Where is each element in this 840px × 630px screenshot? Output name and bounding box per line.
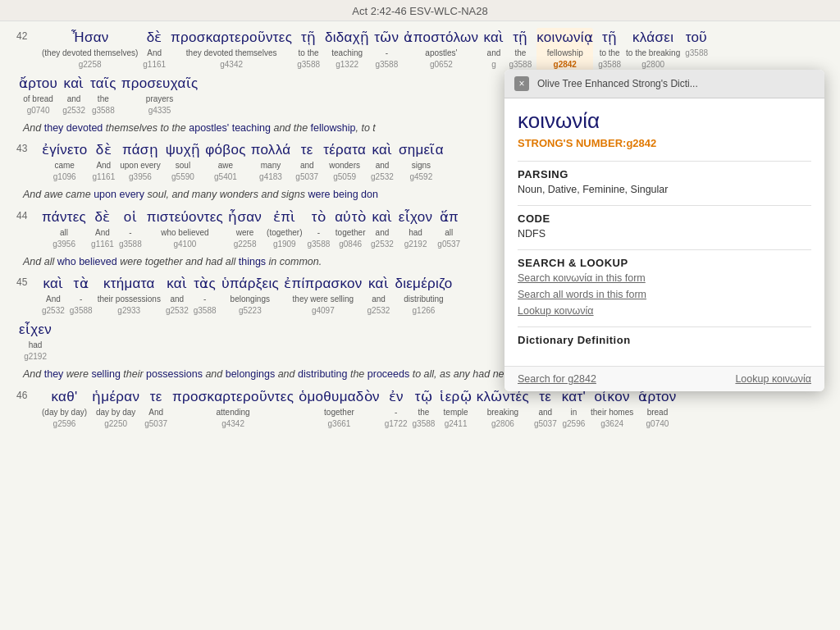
word-group[interactable]: κλῶντές breaking g2806 [477, 387, 529, 430]
verse-46: 46 καθ' (day by day) g2596 ἡμέραν day by… [16, 387, 824, 431]
word-group[interactable]: διεμέριζο distributing g1266 [395, 274, 452, 317]
code-content: NDFS [518, 228, 811, 240]
word-group[interactable]: κατ' in g2596 [562, 387, 586, 430]
word-group[interactable]: σημεῖα signs g4592 [399, 140, 444, 183]
word-group[interactable]: καὶ and g2532 [368, 274, 390, 317]
popup-footer: Search for g2842 Lookup κοινωνία [504, 366, 824, 391]
word-group[interactable]: πάσῃ upon every g3956 [120, 140, 160, 183]
lookup-koinonia-link[interactable]: Lookup κοινωνία [518, 305, 811, 317]
parsing-section: PARSING Noun, Dative, Feminine, Singular [518, 168, 811, 195]
word-group[interactable]: καὶ and g2532 [166, 274, 189, 317]
word-koinonia[interactable]: κοινωνίᾳ fellowship g2842 [536, 28, 593, 71]
word-group[interactable]: οἱ - g3588 [119, 208, 142, 250]
word-group[interactable]: διδαχῇ teaching g1322 [325, 28, 369, 71]
parsing-title: PARSING [518, 168, 811, 180]
word-group[interactable]: κλάσει to the breaking g2800 [626, 28, 680, 71]
popup-close-button[interactable]: × [514, 76, 529, 91]
word-group[interactable]: φόβος awe g5401 [205, 140, 245, 183]
word-group[interactable]: προσκαρτεροῦντες they devoted themselves… [171, 28, 292, 71]
strongs-label: STRONG'S NUMBER: [518, 137, 626, 149]
popup-greek-word: κοινωνία [518, 108, 811, 134]
word-group[interactable]: δὲ And g1161 [91, 208, 114, 250]
word-group[interactable]: οἶκον their homes g3624 [591, 387, 633, 430]
verse-num-44: 44 [16, 208, 39, 223]
word-group[interactable]: ἐν - g1722 [385, 387, 408, 430]
word-group[interactable]: Ἦσαν (they devoted themselves) g2258 [42, 28, 138, 71]
word-group[interactable]: ἄρτου of bread g0740 [19, 74, 57, 116]
word-group[interactable]: ἐπίπρασκον they were selling g4097 [284, 274, 362, 317]
word-group[interactable]: ἡμέραν day by day g2250 [92, 387, 139, 430]
word-group[interactable]: ἦσαν were g2258 [228, 208, 262, 250]
verse-num-46: 46 [16, 387, 39, 403]
word-group[interactable]: τῷ the g3588 [413, 387, 436, 430]
word-group[interactable]: τε And g5037 [144, 387, 167, 430]
word-group[interactable]: εἶχεν had g2192 [19, 320, 52, 363]
word-group[interactable]: καὶ and g [483, 28, 504, 71]
word-group[interactable]: ἀποστόλων apostles' g0652 [404, 28, 478, 71]
word-group[interactable]: ἅπ all g0537 [437, 208, 460, 250]
word-group[interactable]: τὰς - g3588 [194, 274, 217, 317]
strongs-number: g2842 [626, 137, 656, 149]
word-group[interactable]: πιστεύοντες who believed g4100 [147, 208, 223, 250]
footer-lookup-link[interactable]: Lookup κοινωνία [735, 373, 811, 385]
verse-46-row1: 46 καθ' (day by day) g2596 ἡμέραν day by… [16, 387, 824, 431]
strongs-dictionary-popup: × Olive Tree Enhanced Strong's Dicti... … [504, 70, 824, 391]
word-group[interactable]: καὶ and g2532 [371, 140, 394, 183]
search-lookup-section: SEARCH & LOOKUP Search κοινωνία in this … [518, 257, 811, 317]
footer-search-link[interactable]: Search for g2842 [518, 373, 596, 385]
search-all-words-link[interactable]: Search all words in this form [518, 289, 811, 300]
word-group[interactable]: τὰ - g3588 [70, 274, 93, 317]
word-group[interactable]: ἱερῷ temple g2411 [440, 387, 471, 430]
code-title: CODE [518, 212, 811, 225]
word-group[interactable]: τοῦ g3588 [685, 28, 708, 59]
word-group[interactable]: ὑπάρξεις belongings g5223 [221, 274, 280, 317]
verse-42-row1: 42 Ἦσαν (they devoted themselves) g2258 … [16, 28, 824, 72]
word-group[interactable]: δὲ And g1161 [143, 28, 166, 71]
word-group[interactable]: καὶ and g2532 [371, 208, 394, 250]
word-group[interactable]: κτήματα their possessions g2933 [98, 274, 161, 317]
word-group[interactable]: τὸ - g3588 [307, 208, 330, 250]
search-this-form-link[interactable]: Search κοινωνία in this form [518, 272, 811, 284]
verse-num-42: 42 [16, 28, 39, 43]
search-lookup-title: SEARCH & LOOKUP [518, 257, 811, 269]
word-group[interactable]: ψυχῇ soul g5590 [166, 140, 201, 183]
popup-title: Olive Tree Enhanced Strong's Dicti... [537, 78, 698, 89]
word-group[interactable]: προσευχαῖς prayers g4335 [121, 74, 199, 116]
word-group[interactable]: τῇ to the g3588 [297, 28, 320, 71]
word-group[interactable]: ἐγίνετο came g1096 [42, 140, 87, 183]
code-section: CODE NDFS [518, 212, 811, 240]
parsing-content: Noun, Dative, Feminine, Singular [518, 184, 811, 195]
word-group[interactable]: ὁμοθυμαδὸν together g3661 [299, 387, 380, 430]
word-group[interactable]: δὲ And g1161 [92, 140, 115, 183]
dictionary-title: Dictionary Definition [518, 334, 811, 346]
word-group[interactable]: τῶν - g3588 [374, 28, 399, 71]
word-group[interactable]: καὶ and g2532 [62, 74, 85, 116]
word-group[interactable]: εἶχον had g2192 [399, 208, 433, 250]
word-group[interactable]: ἐπὶ (together) g1909 [267, 208, 302, 250]
word-group[interactable]: πάντες all g3956 [42, 208, 86, 250]
popup-strongs-reference: STRONG'S NUMBER:g2842 [518, 137, 811, 149]
word-group[interactable]: ἄρτον bread g0740 [638, 387, 676, 430]
verse-num-43: 43 [16, 140, 39, 156]
word-group[interactable]: τέρατα wonders g5059 [323, 140, 366, 183]
word-group[interactable]: προσκαρτεροῦντες attending g4342 [172, 387, 294, 430]
popup-header: × Olive Tree Enhanced Strong's Dicti... [504, 70, 824, 98]
dictionary-section: Dictionary Definition [518, 334, 811, 346]
word-group[interactable]: τῇ to the g3588 [598, 28, 621, 71]
word-group[interactable]: τῇ the g3588 [509, 28, 532, 71]
word-group[interactable]: αὐτὸ together g0846 [335, 208, 366, 250]
popup-body: κοινωνία STRONG'S NUMBER:g2842 PARSING N… [504, 98, 824, 366]
word-group[interactable]: πολλά many g4183 [251, 140, 291, 183]
word-group[interactable]: ταῖς the g3588 [90, 74, 116, 116]
word-group[interactable]: τε and g5037 [295, 140, 318, 183]
verse-num-45: 45 [16, 274, 39, 290]
page-header: Act 2:42-46 ESV-WLC-NA28 [0, 0, 840, 21]
reference-text: Act 2:42-46 ESV-WLC-NA28 [352, 5, 487, 17]
word-group[interactable]: τε and g5037 [534, 387, 557, 430]
word-group[interactable]: καθ' (day by day) g2596 [42, 387, 87, 430]
word-group[interactable]: καὶ And g2532 [42, 274, 65, 317]
